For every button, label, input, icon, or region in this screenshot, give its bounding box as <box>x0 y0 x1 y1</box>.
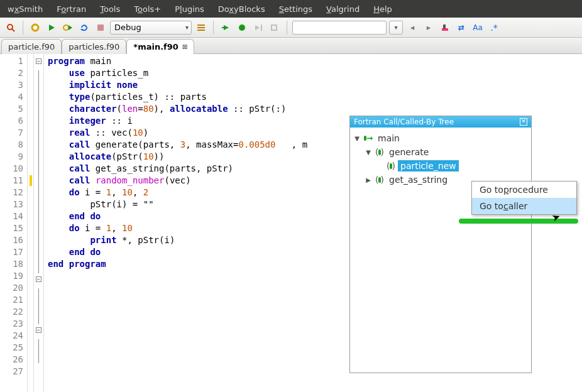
tree-label: particle_new <box>398 160 459 172</box>
tree-row[interactable]: ()particle_new <box>353 159 529 173</box>
tab-label: *main.f90 <box>133 42 178 52</box>
svg-rect-19 <box>443 24 446 29</box>
menu-item[interactable]: Plugins <box>171 3 208 16</box>
svg-rect-17 <box>272 25 277 30</box>
highlight-icon[interactable] <box>438 21 452 35</box>
expand-icon[interactable]: ▼ <box>353 135 361 142</box>
editor-tab[interactable]: particles.f90 <box>62 39 126 54</box>
menubar: wxSmithFortranToolsTools+PluginsDoxyBloc… <box>0 0 582 18</box>
close-icon[interactable]: ✕ <box>520 118 527 126</box>
rebuild-icon[interactable] <box>77 21 91 35</box>
function-entry-icon: → <box>364 134 373 143</box>
function-icon: () <box>375 175 384 184</box>
chevron-down-icon: ▾ <box>394 24 397 31</box>
build-target-value: Debug <box>114 23 141 32</box>
gear-icon[interactable] <box>28 21 42 35</box>
build-target-combo[interactable]: Debug▾ <box>110 21 192 35</box>
menu-item[interactable]: wxSmith <box>4 3 47 16</box>
editor-tab[interactable]: *main.f90⊠ <box>126 39 194 54</box>
regex-icon[interactable]: .* <box>487 21 501 35</box>
svg-marker-16 <box>255 25 260 30</box>
menu-item[interactable]: Tools+ <box>130 3 165 16</box>
fold-gutter: −−− <box>34 54 44 392</box>
svg-line-1 <box>12 29 14 31</box>
function-icon: () <box>375 148 384 156</box>
stop-icon[interactable] <box>94 21 107 35</box>
context-menu-item[interactable]: Go to procedure <box>472 182 576 198</box>
svg-rect-9 <box>197 24 205 26</box>
tree-label: main <box>375 133 402 144</box>
chevron-down-icon: ▾ <box>185 24 189 31</box>
debug-continue-icon[interactable] <box>235 21 249 35</box>
svg-point-0 <box>8 24 13 30</box>
search-input[interactable] <box>292 21 387 35</box>
magnifier-icon[interactable] <box>4 21 18 35</box>
menu-item[interactable]: Settings <box>275 3 316 16</box>
svg-point-3 <box>34 26 36 29</box>
match-case-icon[interactable]: Aa <box>471 21 485 35</box>
next-icon[interactable]: ▸ <box>422 21 436 35</box>
svg-rect-8 <box>97 24 104 31</box>
tree-label: get_as_string <box>387 174 450 185</box>
panel-title: Fortran Call/Called-By Tree <box>354 117 454 126</box>
svg-point-5 <box>63 25 69 30</box>
svg-rect-10 <box>197 27 205 28</box>
menu-item[interactable]: Fortran <box>53 3 90 16</box>
editor-tabs: particle.f90particles.f90*main.f90⊠ <box>0 38 582 54</box>
svg-marker-13 <box>224 25 229 30</box>
menu-item[interactable]: Help <box>370 3 396 16</box>
debug-start-icon[interactable] <box>219 21 233 35</box>
tab-label: particles.f90 <box>69 42 119 52</box>
marker-gutter <box>28 54 34 392</box>
expand-icon[interactable]: ▼ <box>364 149 373 156</box>
tab-label: particle.f90 <box>8 42 55 52</box>
build-run-icon[interactable] <box>61 21 75 35</box>
menu-item[interactable]: Tools <box>96 3 124 16</box>
context-menu-item[interactable]: Go to caller <box>472 198 576 214</box>
run-icon[interactable] <box>45 21 58 35</box>
svg-rect-11 <box>197 30 205 31</box>
svg-marker-4 <box>49 24 55 31</box>
search-options-dropdown[interactable]: ▾ <box>389 21 403 35</box>
debug-step-icon[interactable] <box>268 21 282 35</box>
svg-marker-6 <box>69 25 72 30</box>
expand-icon[interactable]: ▶ <box>364 177 373 183</box>
list-icon[interactable] <box>194 21 208 35</box>
panel-titlebar[interactable]: Fortran Call/Called-By Tree ✕ <box>350 116 531 128</box>
editor-tab[interactable]: particle.f90 <box>1 39 62 54</box>
debug-run-to-icon[interactable] <box>251 21 265 35</box>
context-menu: Go to procedureGo to caller <box>471 181 577 215</box>
line-number-gutter: 1234567891011121314151617181920212223242… <box>0 54 28 392</box>
tree-row[interactable]: ▼()generate <box>353 145 529 159</box>
tree-row[interactable]: ▼→main <box>353 131 529 145</box>
prev-icon[interactable]: ◂ <box>405 21 419 35</box>
menu-item[interactable]: Valgrind <box>322 3 363 16</box>
menu-item[interactable]: DoxyBlocks <box>214 3 269 16</box>
close-icon[interactable]: ⊠ <box>182 43 187 50</box>
case-icon[interactable]: ⇄ <box>454 21 468 35</box>
function-icon: () <box>387 161 395 170</box>
svg-point-14 <box>239 24 245 31</box>
toolbar: Debug▾ ▾ ◂ ▸ ⇄ Aa .* <box>0 18 582 38</box>
call-tree-panel: Fortran Call/Called-By Tree ✕ ▼→main▼()g… <box>349 116 532 373</box>
tree-label: generate <box>387 146 431 158</box>
